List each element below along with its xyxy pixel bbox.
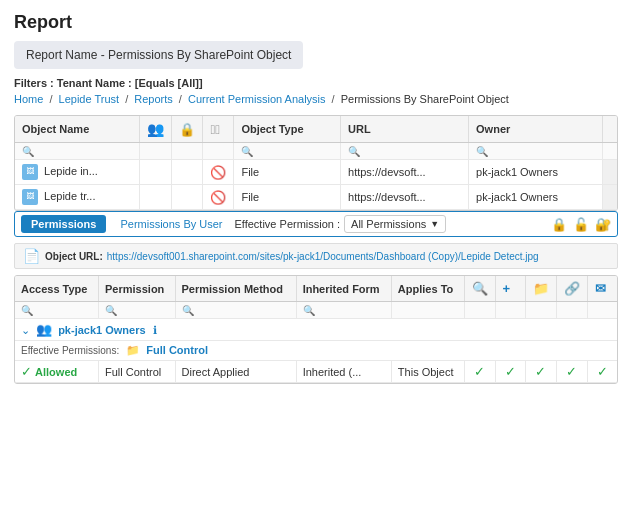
lock-icon-1[interactable]: 🔒 — [551, 217, 567, 232]
check-icon-3: ✓ — [535, 364, 546, 379]
eye-off-icon: 👁̸ — [210, 122, 220, 137]
col-object-type: Object Type — [234, 116, 341, 143]
lock-icon-3[interactable]: 🔐 — [595, 217, 611, 232]
perm-col-add-icon: + — [495, 276, 525, 302]
col-lock-icon: 🔒 — [172, 116, 203, 143]
sharepoint-icon: 📄 — [23, 248, 40, 264]
breadcrumb-lepide-trust[interactable]: Lepide Trust — [59, 93, 120, 105]
perm-lock-icons: 🔒 🔓 🔐 — [551, 217, 611, 232]
row2-name: Lepide tr... — [44, 190, 95, 202]
check-icon-5: ✓ — [597, 364, 608, 379]
obj-url-label: Object URL: — [45, 251, 103, 262]
filters-value: : Tenant Name : [Equals [All]] — [50, 77, 203, 89]
perm-access-type: ✓ Allowed — [15, 361, 99, 383]
file-img-icon2: 🖼 — [22, 189, 38, 205]
people-icon: 👥 — [147, 121, 164, 137]
folder-icon[interactable]: 📁 — [533, 281, 549, 296]
perm-applies-to: This Object — [391, 361, 464, 383]
perm-table-wrapper: Access Type Permission Permission Method… — [14, 275, 618, 384]
row1-name: Lepide in... — [44, 165, 98, 177]
perm-check-2: ✓ — [495, 361, 525, 383]
table-row: 🖼 Lepide in... 🚫 File https://devsoft...… — [15, 160, 617, 185]
perm-search-permission[interactable]: 🔍 — [99, 302, 176, 319]
perm-check-1: ✓ — [464, 361, 495, 383]
perm-search-access-type[interactable]: 🔍 — [15, 302, 99, 319]
perm-search-inherited[interactable]: 🔍 — [296, 302, 391, 319]
breadcrumb-current-page: Permissions By SharePoint Object — [341, 93, 509, 105]
eye-off-icon-row2: 🚫 — [210, 190, 226, 205]
object-url-bar: 📄 Object URL: https://devsoft001.sharepo… — [14, 243, 618, 269]
perm-col-folder-icon: 📁 — [525, 276, 556, 302]
perm-col-applies-to: Applies To — [391, 276, 464, 302]
col-people-icon: 👥 — [140, 116, 172, 143]
tab-permissions-by-user[interactable]: Permissions By User — [112, 215, 230, 233]
permissions-tab-bar: Permissions Permissions By User Effectiv… — [14, 211, 618, 237]
perm-table: Access Type Permission Permission Method… — [15, 276, 617, 383]
perm-col-link-icon: 🔗 — [556, 276, 587, 302]
breadcrumb: Home / Lepide Trust / Reports / Current … — [14, 93, 618, 105]
perm-search-method[interactable]: 🔍 — [175, 302, 296, 319]
scrollbar — [603, 116, 618, 143]
perm-col-inherited: Inherited Form — [296, 276, 391, 302]
main-table-wrapper: Object Name 👥 🔒 👁̸ Object Type URL Owner — [14, 115, 618, 211]
eff-perm-row: Effective Permissions: 📁 Full Control — [15, 341, 617, 361]
breadcrumb-home[interactable]: Home — [14, 93, 43, 105]
perm-check-5: ✓ — [587, 361, 617, 383]
mail-icon[interactable]: ✉ — [595, 281, 606, 296]
row1-owner: pk-jack1 Owners — [469, 160, 603, 185]
obj-url-value[interactable]: https://devsoft001.sharepoint.com/sites/… — [107, 251, 539, 262]
eff-perm-label: Effective Permissions: — [21, 345, 119, 356]
row1-object-type: File — [234, 160, 341, 185]
lock-icon: 🔒 — [179, 122, 195, 137]
search-icon[interactable]: 🔍 — [472, 281, 488, 296]
all-permissions-dropdown[interactable]: All Permissions ▼ — [344, 215, 446, 233]
group-name: pk-jack1 Owners — [58, 324, 145, 336]
check-icon-4: ✓ — [566, 364, 577, 379]
search-url[interactable]: 🔍 — [341, 143, 469, 160]
col-url: URL — [341, 116, 469, 143]
check-icon-2: ✓ — [505, 364, 516, 379]
table-row: 🖼 Lepide tr... 🚫 File https://devsoft...… — [15, 185, 617, 210]
perm-col-method: Permission Method — [175, 276, 296, 302]
perm-method: Direct Applied — [175, 361, 296, 383]
dropdown-value: All Permissions — [351, 218, 426, 230]
search-object-type[interactable]: 🔍 — [234, 143, 341, 160]
col-owner: Owner — [469, 116, 603, 143]
col-eye-icon: 👁̸ — [203, 116, 234, 143]
eye-off-icon-row1: 🚫 — [210, 165, 226, 180]
perm-check-4: ✓ — [556, 361, 587, 383]
filters-line: Filters : Tenant Name : [Equals [All]] — [14, 77, 618, 89]
tab-permissions[interactable]: Permissions — [21, 215, 106, 233]
perm-data-row: ✓ Allowed Full Control Direct Applied In… — [15, 361, 617, 383]
row1-url: https://devsoft... — [341, 160, 469, 185]
perm-col-search-icon: 🔍 — [464, 276, 495, 302]
group-people-icon: 👥 — [36, 322, 52, 337]
effective-perm-label: Effective Permission : — [235, 218, 341, 230]
expand-arrow-icon[interactable]: ⌄ — [21, 324, 30, 336]
info-icon[interactable]: ℹ — [153, 324, 157, 336]
breadcrumb-reports[interactable]: Reports — [134, 93, 173, 105]
row2-object-type: File — [234, 185, 341, 210]
report-name-box: Report Name - Permissions By SharePoint … — [14, 41, 303, 69]
allowed-badge: Allowed — [35, 366, 77, 378]
row2-owner: pk-jack1 Owners — [469, 185, 603, 210]
allowed-check-icon: ✓ — [21, 364, 32, 379]
eff-perm-value: Full Control — [146, 344, 208, 356]
link-icon[interactable]: 🔗 — [564, 281, 580, 296]
search-owner[interactable]: 🔍 — [469, 143, 603, 160]
perm-col-permission: Permission — [99, 276, 176, 302]
lock-icon-2[interactable]: 🔓 — [573, 217, 589, 232]
breadcrumb-current-perm[interactable]: Current Permission Analysis — [188, 93, 326, 105]
chevron-down-icon: ▼ — [430, 219, 439, 229]
perm-inherited: Inherited (... — [296, 361, 391, 383]
search-object-name[interactable]: 🔍 — [15, 143, 140, 160]
perm-col-access-type: Access Type — [15, 276, 99, 302]
col-object-name: Object Name — [15, 116, 140, 143]
add-icon[interactable]: + — [503, 281, 511, 296]
page-title: Report — [14, 12, 618, 33]
check-icon-1: ✓ — [474, 364, 485, 379]
file-img-icon: 🖼 — [22, 164, 38, 180]
main-table: Object Name 👥 🔒 👁̸ Object Type URL Owner — [15, 116, 617, 210]
filters-label: Filters — [14, 77, 47, 89]
perm-col-mail-icon: ✉ — [587, 276, 617, 302]
